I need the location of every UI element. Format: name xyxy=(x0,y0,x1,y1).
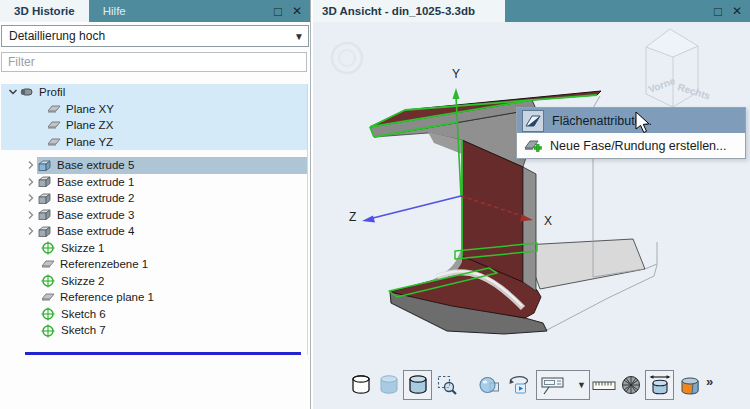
tree-item-label: Skizze 1 xyxy=(61,242,104,254)
zoom-window-button[interactable] xyxy=(435,372,459,398)
close-icon[interactable]: ✕ xyxy=(292,5,302,17)
sketch-icon xyxy=(41,273,56,288)
extrude-icon xyxy=(37,175,52,188)
tree-item-profil[interactable]: Profil xyxy=(1,84,307,101)
chevron-collapsed-icon[interactable] xyxy=(25,210,37,220)
tree-spacer xyxy=(1,150,307,157)
mouse-cursor xyxy=(634,111,652,135)
view-cube-right-label: Rechts xyxy=(676,81,712,101)
chevron-collapsed-icon[interactable] xyxy=(25,193,37,203)
tab-3d-ansicht[interactable]: 3D Ansicht - din_1025-3.3db xyxy=(313,0,505,22)
solid-view-button[interactable] xyxy=(678,372,702,398)
profile-icon xyxy=(19,85,34,99)
z-axis-label: Z xyxy=(349,210,356,224)
tab-3d-historie-label: 3D Historie xyxy=(14,5,75,17)
3d-canvas[interactable]: Vorne Rechts xyxy=(313,22,750,409)
annotation-tool-dropdown[interactable]: ▼ xyxy=(536,370,590,400)
shaded-view-button[interactable] xyxy=(377,372,401,398)
tree-item-sketch-7[interactable]: Sketch 7 xyxy=(1,322,307,339)
tree-item-label: Reference plane 1 xyxy=(60,291,154,303)
left-tabbar: 3D Historie Hilfe □ ✕ xyxy=(0,0,310,22)
transparency-button[interactable] xyxy=(478,372,502,398)
plane-icon xyxy=(47,136,61,148)
tree-item-skizze-2[interactable]: Skizze 2 xyxy=(1,273,307,290)
watermark-logo xyxy=(332,43,362,73)
close-icon[interactable]: ✕ xyxy=(732,5,742,17)
tree-item-plane-yz[interactable]: Plane YZ xyxy=(1,134,307,151)
view-toolbar: ▼ xyxy=(313,369,750,403)
face-attributes-icon xyxy=(522,110,544,132)
rotate-view-button[interactable] xyxy=(507,372,531,398)
chevron-collapsed-icon[interactable] xyxy=(25,160,37,170)
tree-item-label: Base extrude 1 xyxy=(57,176,134,188)
viewport-panel: 3D Ansicht - din_1025-3.3db □ ✕ xyxy=(313,0,750,409)
tree-item-base-extrude-4[interactable]: Base extrude 4 xyxy=(1,223,307,240)
x-axis-label: X xyxy=(544,214,552,228)
tree-item-label: Base extrude 2 xyxy=(57,192,134,204)
tree-item-label: Plane ZX xyxy=(66,119,113,131)
tree-item-sketch-6[interactable]: Sketch 6 xyxy=(1,306,307,323)
tree-item-label: Base extrude 4 xyxy=(57,225,134,237)
feature-tree: Profil Plane XY Plane ZX Plane YZ xyxy=(1,84,308,355)
extrude-icon xyxy=(37,159,52,172)
plane-icon xyxy=(41,291,55,303)
tree-item-label: Base extrude 3 xyxy=(57,209,134,221)
extrude-icon xyxy=(37,208,52,221)
chevron-expanded-icon[interactable] xyxy=(7,87,19,97)
cad-window: 3D Historie Hilfe □ ✕ Detaillierung hoch… xyxy=(0,0,750,409)
sketch-icon xyxy=(41,323,56,338)
detail-level-value: Detaillierung hoch xyxy=(2,29,290,43)
tree-item-plane-zx[interactable]: Plane ZX xyxy=(1,117,307,134)
tree-item-base-extrude-3[interactable]: Base extrude 3 xyxy=(1,207,307,224)
menu-item-neue-fase-rundung[interactable]: Neue Fase/Rundung erstellen... xyxy=(517,133,745,158)
wireframe-view-button[interactable] xyxy=(349,372,373,398)
chevron-collapsed-icon[interactable] xyxy=(25,226,37,236)
tree-item-base-extrude-2[interactable]: Base extrude 2 xyxy=(1,190,307,207)
sketch-icon xyxy=(41,306,56,321)
z-axis xyxy=(362,196,461,223)
extrude-icon xyxy=(37,192,52,205)
tree-item-label: Profil xyxy=(39,86,65,98)
viewport-tabbar: 3D Ansicht - din_1025-3.3db □ ✕ xyxy=(313,0,750,22)
tree-item-base-extrude-1[interactable]: Base extrude 1 xyxy=(1,174,307,191)
tree-item-label: Referenzebene 1 xyxy=(60,258,148,270)
tree-item-label: Sketch 6 xyxy=(61,308,106,320)
tree-item-referenzebene-1[interactable]: Referenzebene 1 xyxy=(1,256,307,273)
tree-item-label: Plane XY xyxy=(66,103,114,115)
3d-scene: Vorne Rechts xyxy=(313,22,750,409)
toolbar-more-button[interactable]: » xyxy=(706,374,713,389)
plane-icon xyxy=(41,258,55,270)
tree-item-label: Base extrude 5 xyxy=(57,159,134,171)
tab-3d-historie[interactable]: 3D Historie xyxy=(0,0,89,22)
tab-3d-ansicht-label: 3D Ansicht - din_1025-3.3db xyxy=(322,5,475,17)
chevron-collapsed-icon[interactable] xyxy=(25,177,37,187)
y-axis-label: Y xyxy=(452,67,460,81)
ruler-button[interactable] xyxy=(592,372,616,398)
tree-item-label: Plane YZ xyxy=(66,136,113,148)
history-panel: 3D Historie Hilfe □ ✕ Detaillierung hoch… xyxy=(0,0,311,409)
tree-item-plane-xy[interactable]: Plane XY xyxy=(1,101,307,118)
mesh-view-button[interactable] xyxy=(619,372,643,398)
chevron-down-icon[interactable]: ▼ xyxy=(577,380,586,390)
filter-input[interactable] xyxy=(1,52,307,72)
menu-item-flaechenattribute[interactable]: Flächenattribute... xyxy=(517,108,745,133)
view-cube[interactable]: Vorne Rechts xyxy=(646,29,712,107)
extrude-icon xyxy=(37,225,52,238)
context-menu: Flächenattribute... Neue Fase/Rundung er… xyxy=(516,107,746,159)
measure-button[interactable] xyxy=(645,370,674,400)
maximize-icon[interactable]: □ xyxy=(274,5,282,18)
menu-item-label: Neue Fase/Rundung erstellen... xyxy=(550,139,727,153)
tab-hilfe-label: Hilfe xyxy=(103,5,126,17)
tree-item-label: Sketch 7 xyxy=(61,324,106,336)
tree-item-skizze-1[interactable]: Skizze 1 xyxy=(1,240,307,257)
detail-level-dropdown[interactable]: Detaillierung hoch ▼ xyxy=(1,25,309,47)
shaded-edges-view-button[interactable] xyxy=(403,370,432,400)
insertion-indicator xyxy=(25,352,301,355)
maximize-icon[interactable]: □ xyxy=(714,5,722,18)
tab-hilfe[interactable]: Hilfe xyxy=(89,0,140,22)
tree-item-base-extrude-5[interactable]: Base extrude 5 xyxy=(1,157,307,174)
chevron-down-icon[interactable]: ▼ xyxy=(290,31,308,42)
plane-icon xyxy=(47,119,61,131)
tree-item-reference-plane-1[interactable]: Reference plane 1 xyxy=(1,289,307,306)
tree-item-label: Skizze 2 xyxy=(61,275,104,287)
